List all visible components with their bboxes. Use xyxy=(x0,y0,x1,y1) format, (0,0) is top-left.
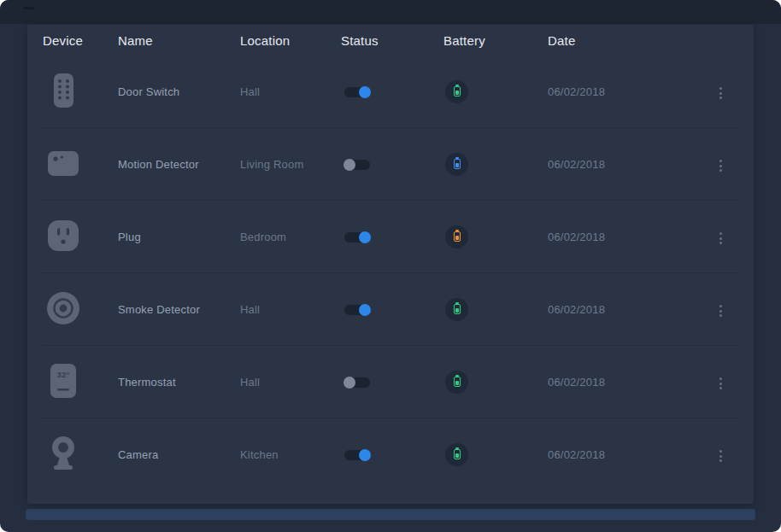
device-name: Motion Detector xyxy=(118,158,240,171)
toggle-knob xyxy=(359,231,371,243)
table-row: Motion Detector Living Room 06/02/2018 xyxy=(43,127,740,200)
battery-icon xyxy=(454,86,461,96)
toggle-knob xyxy=(344,377,355,389)
battery-indicator xyxy=(445,443,468,466)
app-window: Device Name Location Status Battery Date xyxy=(0,0,781,532)
battery-indicator xyxy=(445,298,468,321)
device-date: 06/02/2018 xyxy=(548,231,701,243)
table-row: Plug Bedroom 06/02/2018 xyxy=(43,200,740,272)
window-handle xyxy=(23,7,34,9)
door-switch-icon xyxy=(44,72,82,109)
device-location: Kitchen xyxy=(240,448,341,461)
battery-icon xyxy=(454,159,461,169)
device-name: Plug xyxy=(118,231,240,243)
row-menu-button[interactable] xyxy=(715,83,726,103)
device-name: Camera xyxy=(118,448,240,461)
table-row: Camera Kitchen 06/02/2018 xyxy=(43,418,740,490)
column-header-status: Status xyxy=(341,33,443,48)
device-icon-cell xyxy=(43,289,118,330)
device-location: Hall xyxy=(240,376,341,389)
thermostat-icon: 32° xyxy=(44,362,82,400)
table-row: 32° Thermostat Hall 06/02/2018 xyxy=(43,345,740,418)
row-menu-button[interactable] xyxy=(715,155,726,176)
row-menu-button[interactable] xyxy=(715,446,726,466)
column-header-name: Name xyxy=(118,33,240,48)
toggle-knob xyxy=(359,449,371,461)
battery-indicator xyxy=(445,80,468,103)
thermostat-display: 32° xyxy=(57,370,70,379)
device-date: 06/02/2018 xyxy=(548,158,701,171)
battery-icon xyxy=(454,377,461,387)
battery-indicator xyxy=(445,225,468,248)
device-date: 06/02/2018 xyxy=(548,303,701,316)
device-date: 06/02/2018 xyxy=(548,448,701,461)
status-toggle[interactable] xyxy=(344,305,370,315)
toggle-knob xyxy=(359,304,371,316)
table-row: Door Switch Hall 06/02/2018 xyxy=(43,56,740,127)
device-icon-cell xyxy=(43,144,118,184)
toggle-knob xyxy=(344,159,355,171)
battery-indicator xyxy=(445,153,468,176)
devices-panel: Device Name Location Status Battery Date xyxy=(27,25,754,504)
battery-indicator xyxy=(445,371,468,394)
device-location: Hall xyxy=(240,303,341,316)
status-toggle[interactable] xyxy=(344,450,370,460)
device-name: Door Switch xyxy=(118,85,240,98)
smoke-detector-icon xyxy=(44,289,82,327)
row-menu-button[interactable] xyxy=(715,373,726,394)
window-top-bar xyxy=(0,0,781,24)
plug-icon xyxy=(44,217,82,254)
device-date: 06/02/2018 xyxy=(548,85,701,98)
device-date: 06/02/2018 xyxy=(548,376,701,389)
device-icon-cell xyxy=(43,435,118,475)
device-icon-cell xyxy=(43,72,118,112)
status-toggle[interactable] xyxy=(344,160,370,170)
status-toggle[interactable] xyxy=(344,377,370,388)
row-menu-button[interactable] xyxy=(715,228,726,248)
column-header-location: Location xyxy=(240,33,341,48)
device-location: Bedroom xyxy=(240,231,341,243)
battery-icon xyxy=(454,304,461,314)
battery-icon xyxy=(454,231,461,242)
bottom-accent-bar xyxy=(26,509,755,520)
motion-detector-icon xyxy=(44,144,82,182)
device-icon-cell: 32° xyxy=(43,362,118,402)
device-location: Hall xyxy=(240,85,341,98)
camera-icon xyxy=(44,435,82,472)
battery-icon xyxy=(454,449,461,459)
table-header: Device Name Location Status Battery Date xyxy=(43,25,740,56)
status-toggle[interactable] xyxy=(344,232,370,243)
device-name: Thermostat xyxy=(118,376,240,389)
toggle-knob xyxy=(359,86,371,98)
table-row: Smoke Detector Hall 06/02/2018 xyxy=(43,272,740,345)
column-header-battery: Battery xyxy=(443,33,548,48)
column-header-date: Date xyxy=(548,33,701,48)
device-icon-cell xyxy=(43,217,118,257)
device-name: Smoke Detector xyxy=(118,303,240,316)
device-location: Living Room xyxy=(240,158,341,171)
status-toggle[interactable] xyxy=(344,87,370,97)
column-header-device: Device xyxy=(43,33,118,48)
devices-table: Device Name Location Status Battery Date xyxy=(27,25,754,490)
row-menu-button[interactable] xyxy=(715,301,726,321)
